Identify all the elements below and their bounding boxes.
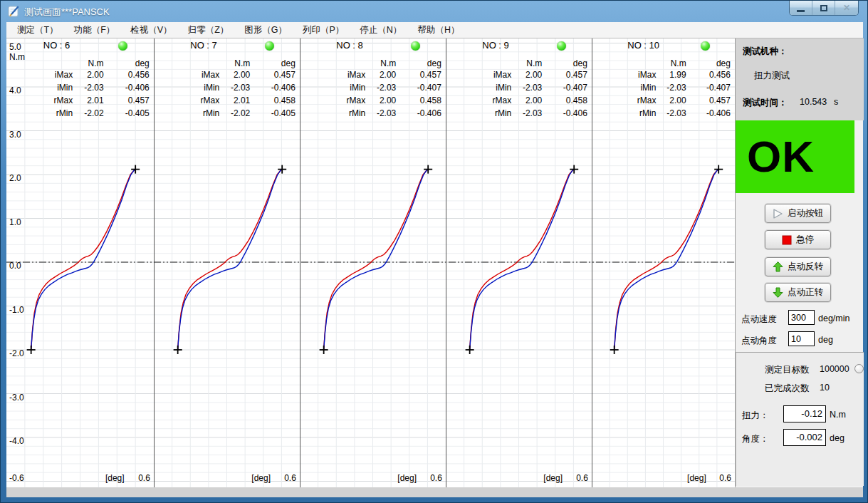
y-axis-tick: -1.0 — [9, 305, 33, 315]
window-title: 测试画面***PANSCK — [24, 6, 110, 19]
y-axis-tick: 2.0 — [9, 173, 33, 183]
value-rMin-nm: -2.03 — [499, 108, 542, 118]
jog-reverse-button[interactable]: 点动反转 — [765, 257, 831, 276]
col-header-deg: deg — [107, 58, 150, 68]
value-rMin-nm: -2.02 — [61, 108, 104, 118]
sidebar: 测试机种： 扭力测试 测试时间： 10.543 s OK 启动按钮急停点动反转点… — [735, 38, 863, 487]
y-axis-tick: 1.0 — [9, 217, 33, 227]
close-button[interactable]: ✕ — [835, 1, 858, 15]
panel-no-label: NO : 10 — [627, 41, 684, 51]
torque-label: 扭力： — [742, 410, 769, 422]
jog-forward-button-label: 点动正转 — [788, 286, 823, 299]
estop-button[interactable]: 急停 — [765, 230, 831, 249]
jog-speed-input[interactable] — [788, 310, 815, 325]
value-rMax-deg: 0.457 — [107, 95, 150, 105]
value-iMin-deg: -0.407 — [688, 83, 731, 93]
value-rMin-deg: -0.406 — [399, 108, 441, 118]
col-header-nm: N.m — [61, 58, 104, 68]
maximize-button[interactable] — [812, 1, 835, 15]
value-rMax-nm: 2.00 — [644, 95, 686, 105]
torque-unit: N.m — [830, 410, 846, 420]
panel-no-label: NO : 7 — [190, 41, 247, 51]
col-header-deg: deg — [545, 58, 587, 68]
stop-icon — [782, 235, 792, 245]
menu-item-view[interactable]: 检视（V） — [122, 23, 179, 38]
value-iMin-deg: -0.407 — [545, 83, 587, 93]
menu-item-print[interactable]: 列印（P） — [295, 23, 352, 38]
x-axis-unit-label: [deg] — [671, 473, 706, 483]
window-controls: ✕ — [789, 1, 859, 16]
target-radio[interactable] — [854, 364, 864, 373]
curve-red — [324, 170, 429, 350]
value-iMin-nm: -2.03 — [61, 83, 104, 93]
curve-red — [178, 170, 283, 350]
value-rMax-nm: 2.01 — [207, 95, 250, 105]
torque-display: -0.12 — [783, 405, 826, 422]
value-rMax-nm: 2.00 — [499, 95, 542, 105]
y-axis-unit: N.m — [9, 52, 33, 62]
panel-no-label: NO : 8 — [336, 41, 393, 51]
x-axis-min-label: -0.6 — [9, 473, 33, 483]
jog-forward-button[interactable]: 点动正转 — [765, 283, 831, 302]
y-axis-tick: 0.0 — [9, 261, 33, 271]
value-rMax-deg: 0.458 — [253, 95, 296, 105]
x-axis-max-label: 0.6 — [560, 473, 588, 483]
menu-item-graph[interactable]: 图形（G） — [236, 23, 295, 38]
down-arrow-icon — [773, 287, 783, 298]
value-iMin-nm: -2.03 — [499, 83, 542, 93]
x-axis-max-label: 0.6 — [414, 473, 442, 483]
start-button[interactable]: 启动按钮 — [765, 204, 831, 223]
menu-item-measure[interactable]: 测定（T） — [9, 23, 66, 38]
jog-angle-label: 点动角度 — [741, 335, 777, 347]
maximize-icon — [820, 5, 827, 11]
app-window: 测试画面***PANSCK ✕ 测定（T）功能（F）检视（V）归零（Z）图形（G… — [0, 0, 868, 503]
title-bar[interactable]: 测试画面***PANSCK ✕ — [1, 1, 867, 22]
menu-item-zero[interactable]: 归零（Z） — [180, 23, 237, 38]
value-iMax-nm: 2.00 — [207, 70, 250, 80]
value-iMax-deg: 0.456 — [107, 70, 150, 80]
menu-item-function[interactable]: 功能（F） — [66, 23, 123, 38]
chart-area: 5.04.03.02.01.00.0-1.0-2.0-3.0-4.0N.m-0.… — [6, 38, 735, 487]
curve-blue — [178, 170, 283, 350]
machine-info-box: 测试机种： 扭力测试 测试时间： 10.543 s — [736, 38, 864, 120]
menu-item-stop[interactable]: 停止（N） — [352, 23, 409, 38]
value-rMin-nm: -2.03 — [644, 108, 686, 118]
value-rMax-nm: 2.01 — [61, 95, 104, 105]
x-axis-unit-label: [deg] — [527, 473, 563, 483]
play-icon — [773, 209, 783, 219]
x-axis-max-label: 0.6 — [703, 473, 731, 483]
value-iMax-deg: 0.456 — [688, 70, 731, 80]
test-time-unit: s — [834, 97, 838, 107]
x-axis-unit-label: [deg] — [235, 473, 271, 483]
chart-canvas — [6, 38, 735, 487]
status-strip — [6, 487, 863, 497]
menu-item-help[interactable]: 帮助（H） — [409, 23, 467, 38]
machine-type-label: 测试机种： — [743, 46, 788, 58]
jog-angle-input[interactable] — [788, 331, 815, 346]
value-iMin-nm: -2.03 — [644, 83, 686, 93]
value-rMin-deg: -0.406 — [688, 108, 731, 118]
app-icon — [7, 5, 20, 18]
y-axis-tick: 3.0 — [9, 130, 33, 140]
value-iMax-deg: 0.457 — [399, 70, 441, 80]
angle-display: -0.002 — [783, 429, 826, 446]
value-rMin-deg: -0.405 — [107, 108, 150, 118]
minimize-button[interactable] — [790, 1, 812, 15]
col-header-nm: N.m — [207, 58, 250, 68]
value-iMax-nm: 2.00 — [499, 70, 542, 80]
curve-red — [615, 170, 719, 350]
status-badge: OK — [736, 120, 854, 193]
angle-unit: deg — [830, 433, 845, 443]
value-iMin-deg: -0.407 — [399, 83, 441, 93]
value-iMax-nm: 2.00 — [353, 70, 396, 80]
x-axis-max-label: 0.6 — [122, 473, 150, 483]
up-arrow-icon — [773, 261, 783, 272]
curve-blue — [31, 170, 136, 350]
close-icon: ✕ — [843, 3, 850, 13]
stats-box: 测定目标数 100000 已完成次数 10 扭力： -0.12 N.m 角度： … — [736, 352, 864, 486]
led-icon — [265, 41, 274, 51]
value-iMax-deg: 0.457 — [545, 70, 587, 80]
col-header-nm: N.m — [353, 58, 396, 68]
x-axis-unit-label: [deg] — [89, 473, 125, 483]
x-axis-max-label: 0.6 — [268, 473, 296, 483]
